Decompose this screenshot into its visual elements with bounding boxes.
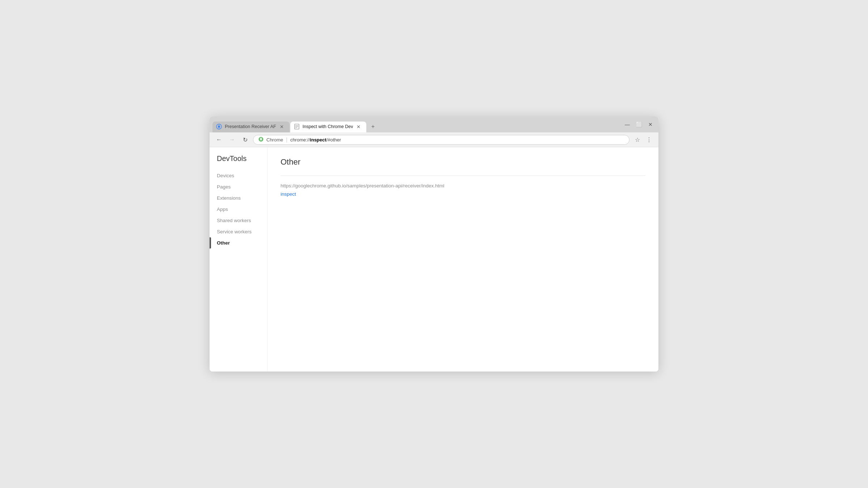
sidebar-item-apps[interactable]: Apps [210,204,267,215]
divider [281,175,645,176]
sidebar-link-extensions[interactable]: Extensions [210,192,267,204]
url-prefix: chrome:// [290,137,310,143]
inspect-link[interactable]: inspect [281,191,296,197]
new-tab-button[interactable]: + [367,122,379,132]
presentation-icon [216,124,222,130]
sidebar: DevTools Devices Pages Extensions Apps S… [210,147,267,372]
title-bar: Presentation Receiver AF ✕ Inspect with … [210,116,658,132]
browser-window: Presentation Receiver AF ✕ Inspect with … [210,116,658,372]
more-button[interactable]: ⋮ [644,135,654,145]
tab-inspect[interactable]: Inspect with Chrome Dev ✕ [290,122,367,132]
sidebar-link-other[interactable]: Other [210,237,267,249]
sidebar-item-other[interactable]: Other [210,237,267,249]
tab-presentation-close[interactable]: ✕ [279,124,285,130]
tab-inspect-label: Inspect with Chrome Dev [303,124,353,129]
entry-item: https://googlechrome.github.io/samples/p… [281,183,645,197]
sidebar-item-pages[interactable]: Pages [210,181,267,192]
url-provider: Chrome [266,137,283,143]
svg-point-1 [218,126,220,128]
sidebar-link-pages[interactable]: Pages [210,181,267,192]
sidebar-link-shared-workers[interactable]: Shared workers [210,215,267,226]
address-actions: ☆ ⋮ [632,135,654,145]
sidebar-nav: Devices Pages Extensions Apps Shared wor… [210,170,267,249]
back-button[interactable]: ← [214,135,224,145]
tab-presentation-label: Presentation Receiver AF [225,124,276,129]
reload-button[interactable]: ↻ [240,135,250,145]
sidebar-link-devices[interactable]: Devices [210,170,267,181]
bookmark-button[interactable]: ☆ [632,135,642,145]
devtools-title: DevTools [210,154,267,170]
url-text: chrome://inspect/#other [290,137,341,143]
sidebar-link-service-workers[interactable]: Service workers [210,226,267,237]
maximize-button[interactable]: ⬜ [634,119,644,130]
tab-presentation[interactable]: Presentation Receiver AF ✕ [212,122,290,132]
page-content: Other https://googlechrome.github.io/sam… [267,147,658,372]
url-bold-part: inspect [310,137,326,143]
url-bar[interactable]: Chrome | chrome://inspect/#other [253,135,629,145]
security-icon [258,137,264,143]
forward-button[interactable]: → [227,135,237,145]
sidebar-link-apps[interactable]: Apps [210,204,267,215]
tab-inspect-close[interactable]: ✕ [356,124,361,130]
url-separator: | [286,137,287,143]
url-suffix: /#other [326,137,341,143]
page-icon [294,124,300,130]
sidebar-item-service-workers[interactable]: Service workers [210,226,267,237]
close-button[interactable]: ✕ [645,119,656,130]
window-controls: — ⬜ ✕ [622,119,656,132]
page-title: Other [281,157,645,167]
address-bar: ← → ↻ Chrome | chrome://inspect/#other ☆… [210,132,658,147]
main-content: DevTools Devices Pages Extensions Apps S… [210,147,658,372]
sidebar-item-extensions[interactable]: Extensions [210,192,267,204]
minimize-button[interactable]: — [622,119,632,130]
sidebar-item-shared-workers[interactable]: Shared workers [210,215,267,226]
sidebar-item-devices[interactable]: Devices [210,170,267,181]
entry-url: https://googlechrome.github.io/samples/p… [281,183,645,188]
